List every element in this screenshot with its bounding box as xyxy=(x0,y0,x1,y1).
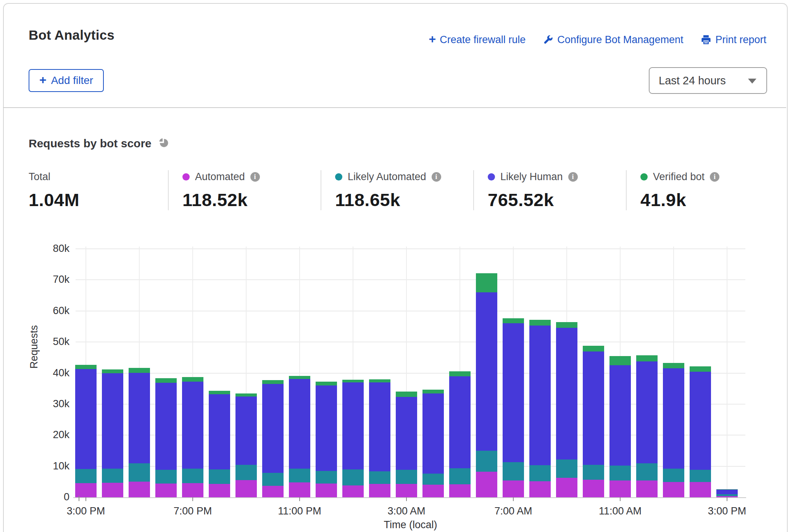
stacked-bar-100pm[interactable] xyxy=(663,363,684,497)
stacked-bar-400am[interactable] xyxy=(422,390,444,497)
print-report-label: Print report xyxy=(715,34,766,46)
stacked-bar-800pm[interactable] xyxy=(209,391,230,497)
page-title: Bot Analytics xyxy=(29,27,114,43)
bar-segment-automated xyxy=(609,480,631,497)
info-icon[interactable]: i xyxy=(250,172,260,182)
bar-segment-automated xyxy=(182,483,203,497)
plus-icon: + xyxy=(39,74,47,86)
create-firewall-rule-link[interactable]: + Create firewall rule xyxy=(429,34,526,46)
bar-segment-automated xyxy=(289,482,310,497)
plus-icon: + xyxy=(429,33,436,45)
stacked-bar-1200am[interactable] xyxy=(316,382,337,497)
bar-segment-verified-bot xyxy=(503,318,524,324)
stacked-bar-100am[interactable] xyxy=(342,380,364,497)
bar-segment-likely-automated xyxy=(342,469,364,485)
bar-segment-likely-human xyxy=(396,397,417,469)
add-filter-label: Add filter xyxy=(51,74,94,87)
bar-segment-verified-bot xyxy=(235,393,257,397)
x-axis-tick-label: 3:00 PM xyxy=(693,505,761,517)
printer-icon xyxy=(701,34,711,45)
bar-segment-automated xyxy=(129,482,150,497)
header-actions: + Create firewall rule Configure Bot Man… xyxy=(429,34,766,46)
stacked-bar-1000am[interactable] xyxy=(583,346,604,497)
bar-segment-automated xyxy=(369,484,390,497)
bar-segment-verified-bot xyxy=(449,371,471,376)
bar-segment-likely-human xyxy=(529,326,551,465)
stacked-bar-700pm[interactable] xyxy=(182,377,203,497)
section-title: Requests by bot score xyxy=(29,137,152,150)
bar-segment-likely-human xyxy=(102,373,123,469)
bar-segment-automated xyxy=(396,484,417,497)
add-filter-button[interactable]: + Add filter xyxy=(29,69,104,92)
verified-bot-dot-icon xyxy=(640,173,648,181)
bar-segment-verified-bot xyxy=(636,355,658,361)
y-axis-tick-label: 20k xyxy=(27,429,69,441)
bar-segment-likely-human xyxy=(609,365,631,466)
y-axis-tick-label: 70k xyxy=(27,274,69,285)
configure-bot-management-link[interactable]: Configure Bot Management xyxy=(543,34,683,46)
bar-segment-likely-automated xyxy=(609,466,631,480)
stacked-bar-500pm[interactable] xyxy=(129,368,150,497)
chevron-down-icon xyxy=(748,79,756,84)
bar-segment-automated xyxy=(663,482,684,497)
pie-chart-icon xyxy=(158,137,169,150)
stacked-bar-200pm[interactable] xyxy=(690,366,711,497)
bar-segment-likely-human xyxy=(690,372,711,469)
bar-segment-automated xyxy=(422,485,444,497)
bar-segment-verified-bot xyxy=(155,378,177,383)
stacked-bar-300pm[interactable] xyxy=(75,365,97,497)
bar-segment-likely-automated xyxy=(262,473,284,486)
stat-likely-automated-label: Likely Automated xyxy=(348,171,426,183)
stacked-bar-300am[interactable] xyxy=(396,392,417,497)
stacked-bar-600am[interactable] xyxy=(476,273,497,497)
bar-segment-verified-bot xyxy=(342,380,364,382)
info-icon[interactable]: i xyxy=(432,172,441,182)
automated-dot-icon xyxy=(182,173,190,181)
stacked-bar-1100pm[interactable] xyxy=(289,376,310,497)
stacked-bar-600pm[interactable] xyxy=(155,378,177,497)
info-icon[interactable]: i xyxy=(710,172,719,182)
bar-segment-likely-human xyxy=(503,323,524,462)
bar-segment-likely-human xyxy=(583,351,604,465)
x-axis-tick xyxy=(727,497,727,501)
stat-likely-human-label: Likely Human xyxy=(500,171,563,183)
stacked-bar-700am[interactable] xyxy=(503,318,524,498)
stacked-bar-900pm[interactable] xyxy=(235,393,257,497)
y-axis-tick-label: 80k xyxy=(27,243,69,255)
create-firewall-rule-label: Create firewall rule xyxy=(440,34,526,46)
time-range-select[interactable]: Last 24 hours xyxy=(649,67,767,94)
bar-segment-likely-human xyxy=(209,394,230,469)
info-icon[interactable]: i xyxy=(568,172,578,182)
stat-verified-bot: Verified bot i 41.9k xyxy=(626,170,775,210)
bar-segment-verified-bot xyxy=(129,368,150,373)
bar-segment-likely-automated xyxy=(102,469,123,483)
x-axis-title: Time (local) xyxy=(76,519,745,531)
stacked-bar-900am[interactable] xyxy=(556,322,577,497)
bar-segment-verified-bot xyxy=(289,376,310,379)
stacked-bar-1000pm[interactable] xyxy=(262,380,284,497)
configure-bot-management-label: Configure Bot Management xyxy=(557,34,683,46)
bar-segment-verified-bot xyxy=(75,365,97,369)
bar-segment-verified-bot xyxy=(556,322,577,328)
stacked-bar-300pm[interactable] xyxy=(716,489,738,497)
stacked-bar-200am[interactable] xyxy=(369,379,390,497)
y-axis-tick-label: 30k xyxy=(27,398,69,410)
bar-segment-automated xyxy=(155,484,177,497)
bar-segment-likely-automated xyxy=(449,468,471,484)
bar-segment-verified-bot xyxy=(369,379,390,382)
stacked-bar-800am[interactable] xyxy=(529,320,551,497)
x-axis-tick-label: 3:00 AM xyxy=(372,505,441,517)
gridline-horizontal xyxy=(76,311,745,311)
print-report-link[interactable]: Print report xyxy=(701,34,766,46)
x-axis-tick-label: 11:00 PM xyxy=(265,505,334,517)
bar-segment-verified-bot xyxy=(609,356,631,365)
bar-segment-verified-bot xyxy=(209,391,230,394)
stacked-bar-500am[interactable] xyxy=(449,371,471,497)
bar-segment-automated xyxy=(342,485,364,497)
stacked-bar-400pm[interactable] xyxy=(102,369,123,497)
bar-segment-likely-human xyxy=(289,379,310,469)
stacked-bar-1100am[interactable] xyxy=(609,356,631,497)
stacked-bar-1200pm[interactable] xyxy=(636,355,658,497)
bar-segment-likely-human xyxy=(262,384,284,473)
bar-segment-verified-bot xyxy=(396,392,417,397)
